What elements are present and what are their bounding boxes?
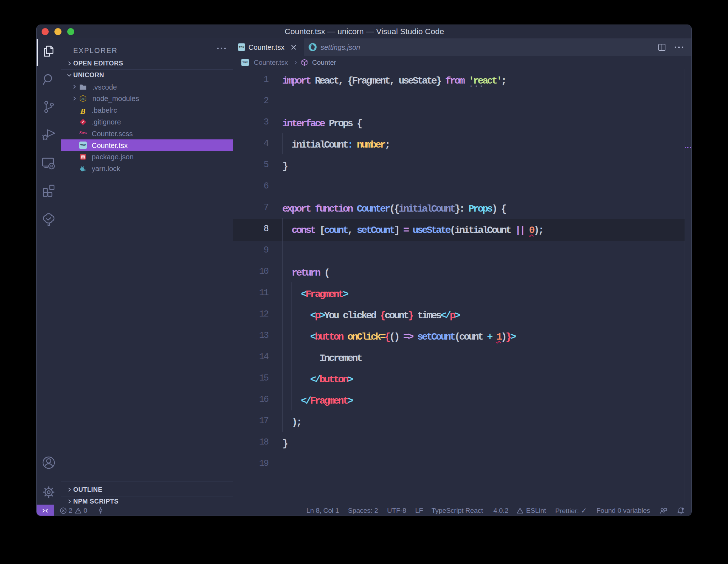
svg-text:JS: JS <box>81 97 85 101</box>
